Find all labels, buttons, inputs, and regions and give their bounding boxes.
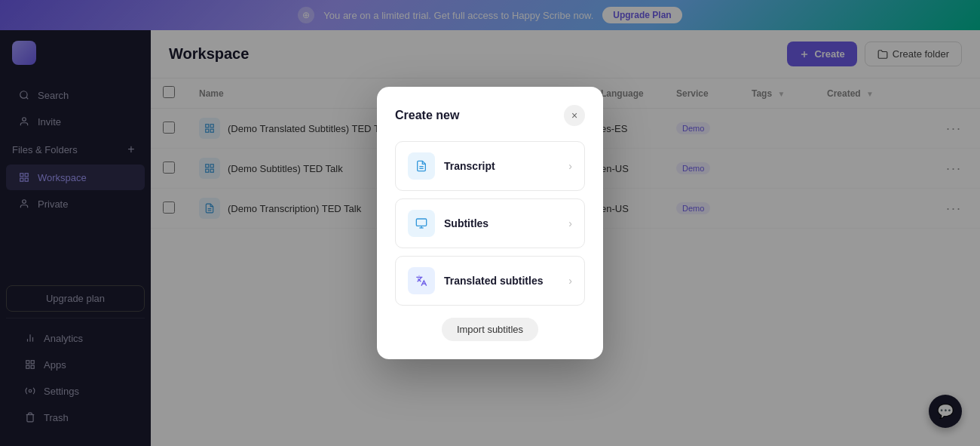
subtitles-chevron-icon: › — [568, 217, 572, 229]
import-subtitles-button[interactable]: Import subtitles — [442, 318, 538, 341]
translated-chevron-icon: › — [568, 275, 572, 287]
transcript-option-label: Transcript — [444, 160, 495, 172]
subtitles-option-label: Subtitles — [444, 217, 488, 229]
modal-header: Create new × — [395, 105, 585, 126]
modal-option-left-transcript: Transcript — [408, 152, 495, 180]
create-new-modal: Create new × Transcript › Subtitles › — [377, 87, 603, 359]
subtitles-icon — [408, 210, 435, 237]
modal-footer: Import subtitles — [395, 318, 585, 341]
svg-rect-29 — [416, 219, 426, 226]
modal-option-transcript[interactable]: Transcript › — [395, 141, 585, 191]
modal-overlay[interactable]: Create new × Transcript › Subtitles › — [0, 0, 980, 446]
modal-close-button[interactable]: × — [564, 105, 585, 126]
transcript-chevron-icon: › — [568, 160, 572, 172]
modal-option-translated[interactable]: Translated subtitles › — [395, 256, 585, 306]
translated-option-label: Translated subtitles — [444, 275, 543, 287]
modal-option-left-subtitles: Subtitles — [408, 210, 488, 237]
translated-icon — [408, 267, 435, 294]
transcript-icon — [408, 152, 435, 180]
modal-title: Create new — [395, 109, 459, 122]
modal-option-subtitles[interactable]: Subtitles › — [395, 198, 585, 248]
modal-option-left-translated: Translated subtitles — [408, 267, 543, 294]
